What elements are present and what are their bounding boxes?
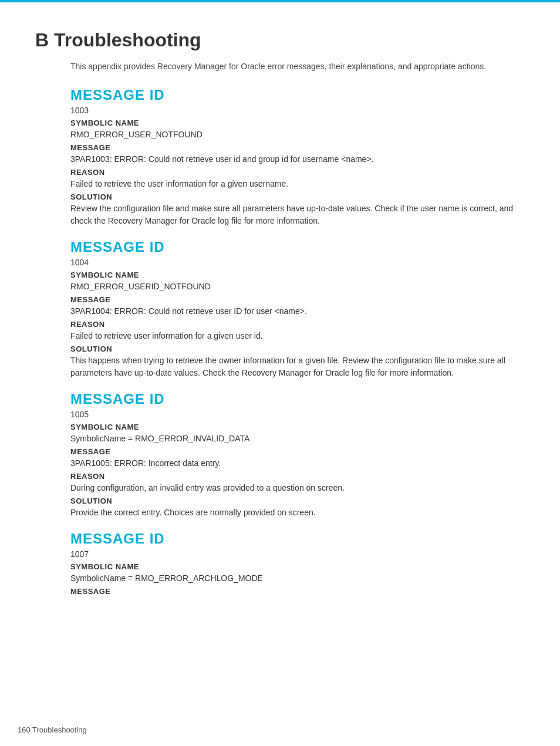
reason-block-1005: REASON During configuration, an invalid … — [70, 472, 525, 494]
symbolic-name-value-1004: RMO_ERROR_USERID_NOTFOUND — [70, 281, 525, 293]
solution-value-1004: This happens when trying to retrieve the… — [70, 355, 525, 379]
top-border-decoration — [0, 0, 560, 2]
message-label-1003: MESSAGE — [70, 143, 525, 152]
reason-block-1004: REASON Failed to retrieve user informati… — [70, 320, 525, 342]
message-section-1004: MESSAGE ID 1004 SYMBOLIC NAME RMO_ERROR_… — [35, 239, 525, 379]
solution-block-1003: SOLUTION Review the configuration file a… — [70, 193, 525, 227]
reason-value-1005: During configuration, an invalid entry w… — [70, 482, 525, 494]
message-id-heading-1003: MESSAGE ID — [70, 87, 525, 103]
symbolic-name-label-1005: SYMBOLIC NAME — [70, 423, 525, 431]
solution-value-1005: Provide the correct entry. Choices are n… — [70, 507, 525, 519]
chapter-title: B Troubleshooting — [35, 29, 525, 51]
symbolic-name-block-1005: SYMBOLIC NAME SymbolicName = RMO_ERROR_I… — [70, 423, 525, 445]
message-value-1004: 3PAR1004: ERROR: Could not retrieve user… — [70, 305, 525, 318]
message-label-1004: MESSAGE — [70, 295, 525, 304]
symbolic-name-label-1003: SYMBOLIC NAME — [70, 119, 525, 127]
symbolic-name-label-1004: SYMBOLIC NAME — [70, 271, 525, 279]
solution-label-1005: SOLUTION — [70, 497, 525, 505]
message-block-1004: MESSAGE 3PAR1004: ERROR: Could not retri… — [70, 295, 525, 318]
reason-label-1003: REASON — [70, 168, 525, 177]
solution-label-1003: SOLUTION — [70, 193, 525, 201]
reason-value-1004: Failed to retrieve user information for … — [70, 330, 525, 342]
message-label-1007: MESSAGE — [70, 587, 525, 596]
message-id-number-1004: 1004 — [70, 258, 525, 267]
page-footer: 160 Troubleshooting — [18, 725, 87, 734]
symbolic-name-value-1003: RMO_ERROR_USER_NOTFOUND — [70, 129, 525, 141]
solution-block-1005: SOLUTION Provide the correct entry. Choi… — [70, 497, 525, 519]
reason-value-1003: Failed to retrieve the user information … — [70, 178, 525, 190]
message-section-1005: MESSAGE ID 1005 SYMBOLIC NAME SymbolicNa… — [35, 391, 525, 519]
reason-label-1004: REASON — [70, 320, 525, 329]
symbolic-name-value-1007: SymbolicName = RMO_ERROR_ARCHLOG_MODE — [70, 572, 525, 585]
symbolic-name-label-1007: SYMBOLIC NAME — [70, 562, 525, 571]
message-id-number-1007: 1007 — [70, 549, 525, 559]
solution-value-1003: Review the configuration file and make s… — [70, 202, 525, 227]
message-value-1005: 3PAR1005: ERROR: Incorrect data entry. — [70, 457, 525, 470]
symbolic-name-block-1007: SYMBOLIC NAME SymbolicName = RMO_ERROR_A… — [70, 562, 525, 585]
solution-block-1004: SOLUTION This happens when trying to ret… — [70, 345, 525, 379]
message-id-heading-1004: MESSAGE ID — [70, 239, 525, 255]
page-container: B Troubleshooting This appendix provides… — [0, 0, 560, 631]
reason-label-1005: REASON — [70, 472, 525, 481]
message-id-number-1005: 1005 — [70, 410, 525, 419]
message-label-1005: MESSAGE — [70, 447, 525, 456]
reason-block-1003: REASON Failed to retrieve the user infor… — [70, 168, 525, 190]
message-block-1003: MESSAGE 3PAR1003: ERROR: Could not retri… — [70, 143, 525, 166]
message-id-number-1003: 1003 — [70, 106, 525, 115]
message-block-1005: MESSAGE 3PAR1005: ERROR: Incorrect data … — [70, 447, 525, 470]
solution-label-1004: SOLUTION — [70, 345, 525, 353]
symbolic-name-block-1004: SYMBOLIC NAME RMO_ERROR_USERID_NOTFOUND — [70, 271, 525, 293]
symbolic-name-block-1003: SYMBOLIC NAME RMO_ERROR_USER_NOTFOUND — [70, 119, 525, 141]
message-section-1007: MESSAGE ID 1007 SYMBOLIC NAME SymbolicNa… — [35, 531, 525, 596]
message-section-1003: MESSAGE ID 1003 SYMBOLIC NAME RMO_ERROR_… — [35, 87, 525, 227]
message-value-1003: 3PAR1003: ERROR: Could not retrieve user… — [70, 153, 525, 166]
symbolic-name-value-1005: SymbolicName = RMO_ERROR_INVALID_DATA — [70, 433, 525, 445]
message-block-1007: MESSAGE — [70, 587, 525, 596]
message-id-heading-1005: MESSAGE ID — [70, 391, 525, 407]
intro-paragraph: This appendix provides Recovery Manager … — [70, 60, 525, 73]
message-id-heading-1007: MESSAGE ID — [70, 531, 525, 547]
